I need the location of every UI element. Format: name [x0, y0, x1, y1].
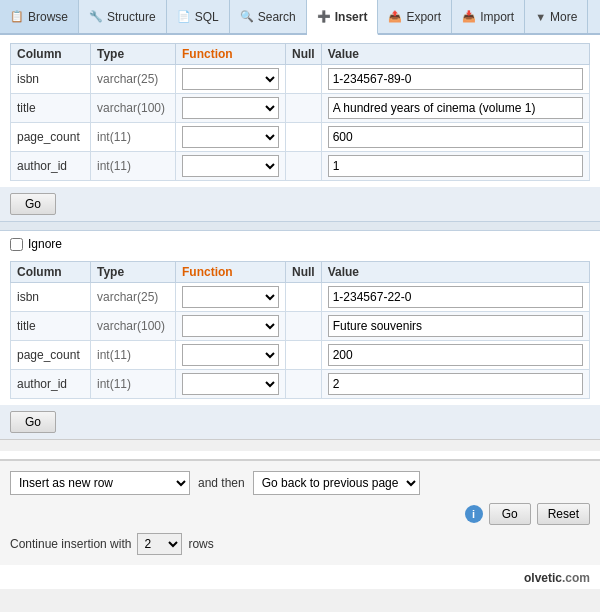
col-form2-2-null	[286, 341, 322, 370]
col-form2-2-column: page_count	[11, 341, 91, 370]
col-form2-1-value[interactable]	[321, 312, 589, 341]
fn-select-form2-1[interactable]: CURRENT_TIMESTAMP MD5 NOW	[182, 315, 279, 337]
tab-import[interactable]: 📥 Import	[452, 0, 525, 33]
col-form2-1-type: varchar(100)	[91, 312, 176, 341]
col-form1-2-value[interactable]	[321, 123, 589, 152]
col-form2-3-function[interactable]: CURRENT_TIMESTAMP MD5 NOW	[176, 370, 286, 399]
tab-insert-label: Insert	[335, 10, 368, 24]
col-form1-1-type: varchar(100)	[91, 94, 176, 123]
tab-more[interactable]: ▼ More	[525, 0, 588, 33]
col-form1-0-value[interactable]	[321, 65, 589, 94]
table-row: author_id int(11) CURRENT_TIMESTAMP MD5 …	[11, 370, 590, 399]
val-input-form2-3[interactable]	[328, 373, 583, 395]
tab-browse-label: Browse	[28, 10, 68, 24]
val-input-form2-2[interactable]	[328, 344, 583, 366]
section-divider	[0, 221, 600, 231]
val-input-form2-1[interactable]	[328, 315, 583, 337]
col-form2-2-function[interactable]: CURRENT_TIMESTAMP MD5 NOW	[176, 341, 286, 370]
val-input-form1-0[interactable]	[328, 68, 583, 90]
insert-icon: ➕	[317, 10, 331, 23]
val-input-form1-1[interactable]	[328, 97, 583, 119]
tab-search[interactable]: 🔍 Search	[230, 0, 307, 33]
import-icon: 📥	[462, 10, 476, 23]
watermark-area: olvetic.com	[0, 565, 600, 589]
val-input-form2-0[interactable]	[328, 286, 583, 308]
col-form1-0-column: isbn	[11, 65, 91, 94]
form1-go-row: Go	[0, 187, 600, 221]
form2-go-row: Go	[0, 405, 600, 439]
rows-select[interactable]: 2345	[137, 533, 182, 555]
col-form2-3-null	[286, 370, 322, 399]
col-form1-1-null	[286, 94, 322, 123]
olvetic-suffix: .com	[562, 571, 590, 585]
table-row: isbn varchar(25) CURRENT_TIMESTAMP MD5 N…	[11, 283, 590, 312]
table-row: author_id int(11) CURRENT_TIMESTAMP MD5 …	[11, 152, 590, 181]
sql-icon: 📄	[177, 10, 191, 23]
info-icon[interactable]: i	[465, 505, 483, 523]
fn-select-form2-2[interactable]: CURRENT_TIMESTAMP MD5 NOW	[182, 344, 279, 366]
fn-select-form2-3[interactable]: CURRENT_TIMESTAMP MD5 NOW	[182, 373, 279, 395]
col-form2-1-function[interactable]: CURRENT_TIMESTAMP MD5 NOW	[176, 312, 286, 341]
form1-section: Column Type Function Null Value isbn var…	[0, 35, 600, 187]
col-form1-1-function[interactable]: CURRENT_TIMESTAMP MD5 NOW	[176, 94, 286, 123]
table-row: page_count int(11) CURRENT_TIMESTAMP MD5…	[11, 123, 590, 152]
and-then-label: and then	[198, 476, 245, 490]
col-form1-1-value[interactable]	[321, 94, 589, 123]
header2-null: Null	[286, 262, 322, 283]
col-form2-3-column: author_id	[11, 370, 91, 399]
col-form2-1-column: title	[11, 312, 91, 341]
table-row: page_count int(11) CURRENT_TIMESTAMP MD5…	[11, 341, 590, 370]
fn-select-form1-0[interactable]: CURRENT_TIMESTAMP MD5 NOW	[182, 68, 279, 90]
header-column: Column	[11, 44, 91, 65]
header2-value: Value	[321, 262, 589, 283]
form1-table: Column Type Function Null Value isbn var…	[10, 43, 590, 181]
header2-type: Type	[91, 262, 176, 283]
col-form1-3-type: int(11)	[91, 152, 176, 181]
col-form1-0-function[interactable]: CURRENT_TIMESTAMP MD5 NOW	[176, 65, 286, 94]
bottom-bar: Insert as new rowInsert as new row and e…	[0, 459, 600, 565]
tab-sql[interactable]: 📄 SQL	[167, 0, 230, 33]
fn-select-form1-3[interactable]: CURRENT_TIMESTAMP MD5 NOW	[182, 155, 279, 177]
col-form2-0-column: isbn	[11, 283, 91, 312]
olvetic-text: olvetic	[524, 571, 562, 585]
ignore-checkbox[interactable]	[10, 238, 23, 251]
col-form1-3-function[interactable]: CURRENT_TIMESTAMP MD5 NOW	[176, 152, 286, 181]
insert-action-select[interactable]: Insert as new rowInsert as new row and e…	[10, 471, 190, 495]
tab-export-label: Export	[406, 10, 441, 24]
form2-go-button[interactable]: Go	[10, 411, 56, 433]
col-form2-2-value[interactable]	[321, 341, 589, 370]
col-form1-3-column: author_id	[11, 152, 91, 181]
export-icon: 📤	[388, 10, 402, 23]
table-row: title varchar(100) CURRENT_TIMESTAMP MD5…	[11, 94, 590, 123]
fn-select-form1-1[interactable]: CURRENT_TIMESTAMP MD5 NOW	[182, 97, 279, 119]
tab-browse[interactable]: 📋 Browse	[0, 0, 79, 33]
col-form1-2-null	[286, 123, 322, 152]
header-null: Null	[286, 44, 322, 65]
col-form2-3-value[interactable]	[321, 370, 589, 399]
then-action-select[interactable]: Go back to previous pageStay on the inse…	[253, 471, 420, 495]
header2-function: Function	[176, 262, 286, 283]
form2-section: Column Type Function Null Value isbn var…	[0, 253, 600, 405]
col-form1-2-function[interactable]: CURRENT_TIMESTAMP MD5 NOW	[176, 123, 286, 152]
ignore-label: Ignore	[28, 237, 62, 251]
bottom-go-button[interactable]: Go	[489, 503, 531, 525]
fn-select-form1-2[interactable]: CURRENT_TIMESTAMP MD5 NOW	[182, 126, 279, 148]
fn-select-form2-0[interactable]: CURRENT_TIMESTAMP MD5 NOW	[182, 286, 279, 308]
val-input-form1-3[interactable]	[328, 155, 583, 177]
tab-structure-label: Structure	[107, 10, 156, 24]
tab-export[interactable]: 📤 Export	[378, 0, 452, 33]
val-input-form1-2[interactable]	[328, 126, 583, 148]
col-form1-3-value[interactable]	[321, 152, 589, 181]
form1-go-button[interactable]: Go	[10, 193, 56, 215]
bottom-reset-button[interactable]: Reset	[537, 503, 590, 525]
bottom-row2: i Go Reset	[10, 503, 590, 525]
col-form2-0-value[interactable]	[321, 283, 589, 312]
tab-structure[interactable]: 🔧 Structure	[79, 0, 167, 33]
header2-column: Column	[11, 262, 91, 283]
tab-sql-label: SQL	[195, 10, 219, 24]
bottom-row3: Continue insertion with 2345 rows	[10, 533, 590, 555]
table-row: isbn varchar(25) CURRENT_TIMESTAMP MD5 N…	[11, 65, 590, 94]
col-form2-0-function[interactable]: CURRENT_TIMESTAMP MD5 NOW	[176, 283, 286, 312]
header-type: Type	[91, 44, 176, 65]
tab-insert[interactable]: ➕ Insert	[307, 0, 379, 35]
